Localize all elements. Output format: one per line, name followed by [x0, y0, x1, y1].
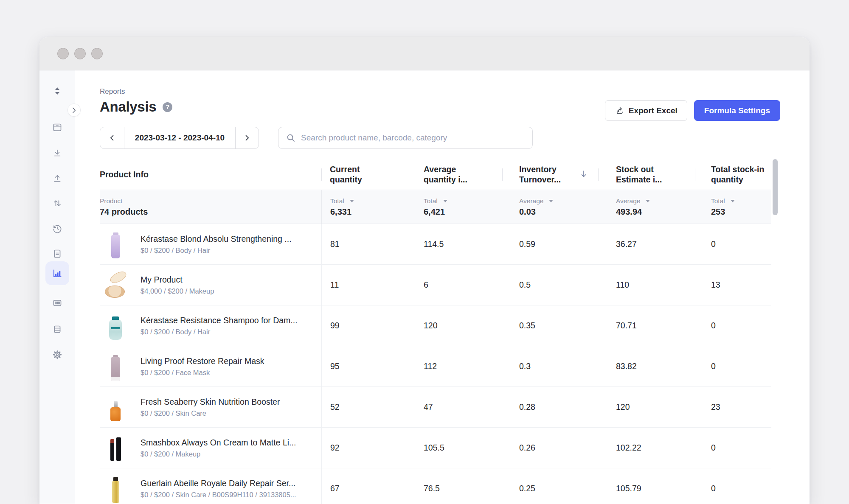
date-range-picker: 2023-03-12 - 2023-04-10	[100, 127, 259, 149]
aggregate-selector[interactable]: Average	[519, 197, 598, 205]
sort-descending-icon[interactable]	[579, 169, 588, 180]
product-info-cell: Kérastase Resistance Shampoo for Dam... …	[100, 305, 321, 346]
document-note-icon[interactable]	[50, 246, 65, 261]
column-header-stock-out-estimate[interactable]: Stock out Estimate i...	[598, 160, 695, 190]
cell-value: 95	[321, 346, 412, 386]
product-info-cell: Guerlain Abeille Royale Daily Repair Ser…	[100, 468, 321, 504]
table-row[interactable]: Fresh Seaberry Skin Nutrition Booster $0…	[100, 387, 771, 428]
cell-value: 0	[695, 346, 771, 386]
analysis-bar-chart-icon[interactable]	[45, 261, 69, 285]
aggregate-selector[interactable]: Total	[330, 197, 412, 205]
table-row[interactable]: Kérastase Blond Absolu Strengthening ...…	[100, 224, 771, 265]
stock-out-upload-icon[interactable]	[50, 171, 65, 186]
column-header-inventory-turnover[interactable]: Inventory Turnover...	[502, 160, 598, 190]
stacked-database-icon[interactable]	[50, 322, 65, 337]
product-info-cell: Living Proof Restore Repair Mask $0 / $2…	[100, 346, 321, 386]
package-icon[interactable]	[50, 120, 65, 135]
product-image	[103, 393, 128, 421]
summary-cell: Total 6,331	[321, 190, 412, 224]
cell-value: 0	[695, 428, 771, 468]
formula-settings-button[interactable]: Formula Settings	[694, 100, 780, 121]
cell-value: 0.5	[502, 265, 598, 305]
product-image	[103, 353, 128, 381]
product-meta: $0 / $200 / Makeup	[141, 450, 296, 458]
cell-value: 112	[412, 346, 502, 386]
product-image	[103, 475, 128, 503]
column-header-current-quantity[interactable]: Current quantity	[321, 160, 412, 190]
cell-value: 81	[321, 224, 412, 264]
product-image	[103, 312, 128, 340]
cell-value: 105.79	[598, 468, 695, 504]
history-clock-icon[interactable]	[50, 221, 65, 236]
table-row[interactable]: Guerlain Abeille Royale Daily Repair Ser…	[100, 468, 771, 504]
product-meta: $0 / $200 / Body / Hair	[141, 328, 298, 336]
cell-value: 83.82	[598, 346, 695, 386]
cell-value: 0	[695, 224, 771, 264]
chevron-right-icon	[71, 107, 77, 114]
cell-value: 0.59	[502, 224, 598, 264]
product-image	[103, 271, 128, 299]
cell-value: 92	[321, 428, 412, 468]
summary-product-count: 74 products	[100, 207, 321, 217]
product-name: Kérastase Blond Absolu Strengthening ...	[141, 234, 292, 244]
window-close-button[interactable]	[57, 48, 69, 59]
transfer-arrows-icon[interactable]	[50, 196, 65, 211]
vertical-scrollbar[interactable]	[773, 159, 778, 215]
cell-value: 11	[321, 265, 412, 305]
settings-gear-icon[interactable]	[50, 347, 65, 362]
cell-value: 6	[412, 265, 502, 305]
column-header-average-quantity[interactable]: Average quantity i...	[412, 160, 502, 190]
cell-value: 110	[598, 265, 695, 305]
table-row[interactable]: Smashbox Always On Cream to Matte Li... …	[100, 428, 771, 468]
product-name: Kérastase Resistance Shampoo for Dam...	[141, 316, 298, 325]
barcode-icon[interactable]	[50, 295, 65, 311]
sidebar-collapse-button[interactable]	[67, 104, 81, 117]
table-row[interactable]: My Product $4,000 / $200 / Makeup 11 6 0…	[100, 265, 771, 305]
page-title: Analysis	[100, 99, 156, 115]
column-header-product-info[interactable]: Product Info	[100, 160, 321, 190]
product-info-cell: Kérastase Blond Absolu Strengthening ...…	[100, 224, 321, 264]
export-icon	[615, 106, 624, 115]
product-info-cell: Fresh Seaberry Skin Nutrition Booster $0…	[100, 387, 321, 427]
caret-down-icon	[731, 200, 735, 202]
aggregate-selector[interactable]: Total	[424, 197, 502, 205]
aggregate-selector[interactable]: Average	[616, 197, 695, 205]
product-name: Living Proof Restore Repair Mask	[141, 356, 264, 366]
cell-value: 13	[695, 265, 771, 305]
cell-value: 23	[695, 387, 771, 427]
previous-period-button[interactable]	[100, 127, 124, 148]
column-header-total-stock-in[interactable]: Total stock-in quantity	[695, 160, 771, 190]
help-icon[interactable]: ?	[163, 102, 172, 112]
chevron-right-icon	[244, 134, 250, 142]
table-row[interactable]: Living Proof Restore Repair Mask $0 / $2…	[100, 346, 771, 387]
chevron-left-icon	[109, 134, 115, 142]
product-info-cell: My Product $4,000 / $200 / Makeup	[100, 265, 321, 305]
cell-value: 0	[695, 305, 771, 346]
summary-product-cell: Product 74 products	[100, 190, 321, 224]
app-window: Reports Analysis ? Export Excel Formula …	[39, 37, 810, 504]
product-name: Smashbox Always On Cream to Matte Li...	[141, 438, 296, 448]
search-icon	[286, 133, 295, 143]
window-minimize-button[interactable]	[74, 48, 86, 59]
cell-value: 67	[321, 468, 412, 504]
product-image	[103, 230, 128, 258]
summary-product-label: Product	[100, 197, 321, 205]
sidebar	[39, 70, 75, 504]
summary-cell: Average 493.94	[598, 190, 695, 224]
summary-row: Product 74 products Total 6,331 Total 6,…	[100, 190, 771, 224]
cell-value: 0.28	[502, 387, 598, 427]
cell-value: 0.25	[502, 468, 598, 504]
aggregate-selector[interactable]: Total	[711, 197, 771, 205]
breadcrumb[interactable]: Reports	[100, 87, 771, 96]
cell-value: 0.26	[502, 428, 598, 468]
window-zoom-button[interactable]	[91, 48, 103, 59]
date-range-value[interactable]: 2023-03-12 - 2023-04-10	[124, 127, 235, 148]
stock-in-download-icon[interactable]	[50, 146, 65, 161]
collapse-expand-icon[interactable]	[50, 83, 65, 98]
cell-value: 99	[321, 305, 412, 346]
table-row[interactable]: Kérastase Resistance Shampoo for Dam... …	[100, 305, 771, 346]
export-excel-button[interactable]: Export Excel	[605, 100, 687, 121]
search-input[interactable]	[301, 133, 525, 143]
next-period-button[interactable]	[235, 127, 259, 148]
window-titlebar	[39, 37, 810, 70]
